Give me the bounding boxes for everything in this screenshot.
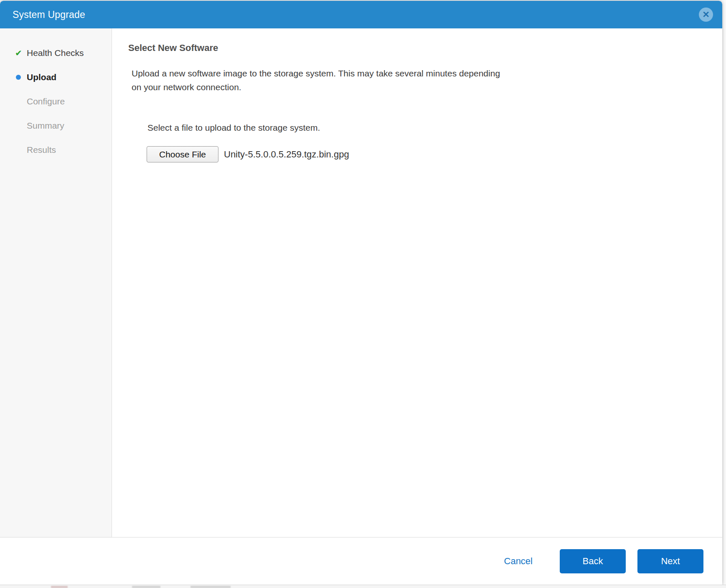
background-page-edge — [0, 585, 726, 588]
file-prompt-text: Select a file to upload to the storage s… — [147, 123, 710, 133]
dialog-titlebar: System Upgrade ✕ — [0, 1, 722, 28]
wizard-steps-sidebar: ✔ Health Checks Upload Configure Summary… — [0, 28, 112, 537]
page-title: Select New Software — [128, 43, 710, 53]
description-text: Upload a new software image to the stora… — [132, 66, 710, 94]
background-text-fragment — [132, 586, 160, 588]
next-button[interactable]: Next — [637, 549, 703, 573]
step-label: Upload — [27, 72, 56, 82]
background-text-fragment — [51, 586, 68, 588]
background-text-fragment — [190, 586, 231, 588]
system-upgrade-dialog: System Upgrade ✕ ✔ Health Checks Upload … — [0, 1, 722, 585]
check-icon: ✔ — [15, 49, 24, 57]
step-upload[interactable]: Upload — [0, 65, 112, 89]
step-health-checks[interactable]: ✔ Health Checks — [0, 41, 112, 65]
step-summary: Summary — [0, 114, 112, 138]
description-line-2: on your network connection. — [132, 80, 710, 94]
close-icon: ✕ — [702, 10, 710, 19]
selected-file-name: Unity-5.5.0.0.5.259.tgz.bin.gpg — [224, 149, 349, 160]
step-label: Configure — [27, 96, 65, 106]
description-line-1: Upload a new software image to the stora… — [132, 66, 710, 80]
choose-file-button[interactable]: Choose File — [147, 146, 218, 162]
cancel-button[interactable]: Cancel — [504, 556, 533, 567]
dialog-footer: Cancel Back Next — [0, 537, 722, 585]
step-label: Results — [27, 145, 56, 155]
step-label: Summary — [27, 121, 64, 131]
dialog-title: System Upgrade — [13, 9, 85, 20]
step-configure: Configure — [0, 89, 112, 114]
close-button[interactable]: ✕ — [699, 8, 713, 22]
back-button[interactable]: Back — [560, 549, 626, 573]
step-results: Results — [0, 138, 112, 162]
file-input-row: Choose File Unity-5.5.0.0.5.259.tgz.bin.… — [147, 146, 710, 162]
upload-step-content: Select New Software Upload a new softwar… — [112, 28, 722, 537]
current-step-dot-icon — [15, 75, 24, 80]
step-label: Health Checks — [27, 48, 84, 58]
dialog-body: ✔ Health Checks Upload Configure Summary… — [0, 28, 722, 537]
